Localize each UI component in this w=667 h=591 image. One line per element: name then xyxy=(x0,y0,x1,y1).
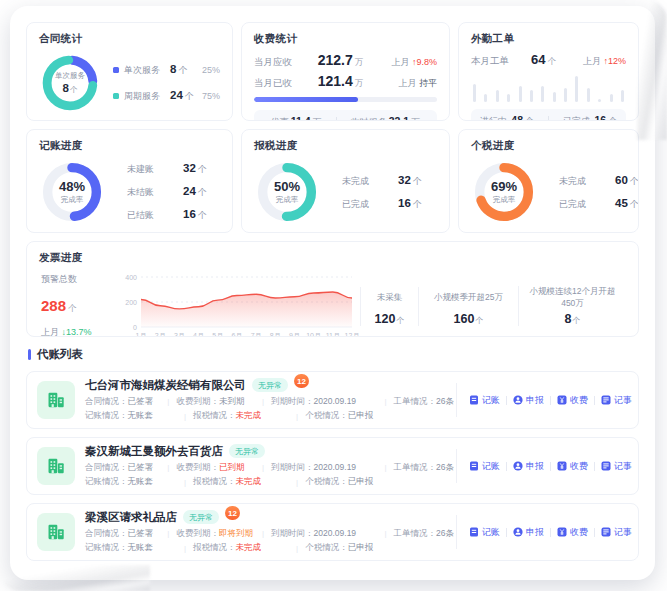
legend-swatch-blue xyxy=(113,67,119,73)
field-line2-1: 报税情况：未完成 xyxy=(193,410,289,422)
company-row[interactable]: 秦汉新城王曼额外去百货店 无异常 合同情况：已签署|收费到期：已到期|到期时间：… xyxy=(26,437,639,495)
field-divider: | xyxy=(262,529,264,538)
action-ledger-button[interactable]: 记账 xyxy=(463,460,506,473)
ledger-icon xyxy=(469,395,479,405)
declare-icon xyxy=(513,527,523,537)
company-name: 梁溪区请求礼品店 xyxy=(85,510,177,525)
field-line2-0: 记账情况：无账套 xyxy=(85,410,177,422)
company-avatar xyxy=(37,381,75,419)
personal-tax-donut-chart: 69% 完成率 xyxy=(471,159,537,225)
sparkline-bar xyxy=(564,88,567,102)
stat-12month-over-4.5m: 小规模连续12个月开超450万 8个 xyxy=(518,286,626,325)
divider xyxy=(548,116,549,121)
svg-text:3月: 3月 xyxy=(174,332,185,337)
field-divider: | xyxy=(184,544,186,553)
action-ledger-button[interactable]: 记账 xyxy=(463,394,506,407)
stat-uncollected: 未采集 120个 xyxy=(360,287,418,326)
action-declare-button[interactable]: 申报 xyxy=(507,526,550,539)
invoice-area-chart: 0200400 1月2月3月4月5月6月7月8月9月10月11月12月 xyxy=(117,271,360,337)
field-line2-2: 个税情况：已申报 xyxy=(305,542,435,554)
sparkline-bar xyxy=(621,90,624,102)
field-line1-3: 工单情况：26条 xyxy=(394,528,454,540)
field-line1-0: 合同情况：已签署 xyxy=(85,528,160,540)
company-fields-line1: 合同情况：已签署|收费到期：已到期|到期时间：2020.09.19|工单情况：2… xyxy=(85,462,454,474)
fee-progress-bar xyxy=(254,97,437,102)
field-line2-0: 记账情况：无账套 xyxy=(85,542,177,554)
company-name: 七台河市海娟煤炭经销有限公司 xyxy=(85,378,246,393)
declare-icon xyxy=(513,395,523,405)
top-cards-row: 合同统计 单次服务 8个 单次服务 8个 25% xyxy=(26,22,639,121)
delta-up: ↑12% xyxy=(603,56,626,66)
company-info: 七台河市海娟煤炭经销有限公司 无异常 12 合同情况：已签署|收费到期：未到期|… xyxy=(85,378,454,423)
sparkline-bar xyxy=(496,90,499,102)
orders-bar-sparkline xyxy=(473,72,624,102)
bookkeeping-progress-card: 记账进度 48% 完成率 未建账32个 未结账24个 已结账16个 xyxy=(26,129,233,233)
field-line2-2: 个税情况：已申报 xyxy=(305,476,435,488)
invoice-warning-summary: 预警总数 288个 上月 ↓13.7% xyxy=(39,271,117,337)
row-actions: 记账申报收费记事 xyxy=(456,515,638,549)
action-note-button[interactable]: 记事 xyxy=(595,460,638,473)
svg-text:1月: 1月 xyxy=(136,332,147,337)
row-actions: 记账申报收费记事 xyxy=(456,383,638,417)
field-line1-1: 收费到期：即将到期 xyxy=(176,528,255,540)
ledger-icon xyxy=(469,461,479,471)
building-icon xyxy=(45,389,67,411)
company-info: 梁溪区请求礼品店 无异常 12 合同情况：已签署|收费到期：即将到期|到期时间：… xyxy=(85,510,454,555)
field-line1-3: 工单情况：26条 xyxy=(394,462,454,474)
legend-item: 周期服务 24个 75% xyxy=(113,89,220,103)
action-charge-button[interactable]: 收费 xyxy=(551,460,594,473)
action-charge-button[interactable]: 收费 xyxy=(551,394,594,407)
fee-footer: 优惠11.4万 临时服务32.1万 xyxy=(254,110,437,121)
bookkeeping-donut-chart: 48% 完成率 xyxy=(39,159,105,225)
card-title: 合同统计 xyxy=(39,32,220,46)
company-row[interactable]: 七台河市海娟煤炭经销有限公司 无异常 12 合同情况：已签署|收费到期：未到期|… xyxy=(26,371,639,429)
action-charge-button[interactable]: 收费 xyxy=(551,526,594,539)
sparkline-bar xyxy=(484,94,487,102)
sparkline-bar xyxy=(519,86,522,102)
notification-count-badge: 12 xyxy=(294,374,309,388)
company-fields-line1: 合同情况：已签署|收费到期：即将到期|到期时间：2020.09.19|工单情况：… xyxy=(85,528,454,540)
field-divider: | xyxy=(262,397,264,406)
action-declare-button[interactable]: 申报 xyxy=(507,460,550,473)
status-badge: 无异常 xyxy=(252,378,288,392)
status-badge: 无异常 xyxy=(229,444,265,458)
sparkline-bar xyxy=(473,84,476,102)
field-divider: | xyxy=(184,412,186,421)
action-declare-button[interactable]: 申报 xyxy=(507,394,550,407)
fee-stats-card: 收费统计 当月应收 212.7万 上月 ↑9.8% 当月已收 121.4万 上月… xyxy=(241,22,450,121)
field-divider: | xyxy=(384,463,386,472)
svg-text:7月: 7月 xyxy=(251,332,262,337)
company-fields-line2: 记账情况：无账套|报税情况：未完成|个税情况：已申报 xyxy=(85,476,454,488)
company-row[interactable]: 梁溪区请求礼品店 无异常 12 合同情况：已签署|收费到期：即将到期|到期时间：… xyxy=(26,503,639,561)
card-title: 外勤工单 xyxy=(471,32,626,46)
invoice-progress-card: 发票进度 预警总数 288个 上月 ↓13.7% 0200400 1月2月3月4… xyxy=(26,241,639,337)
personal-tax-progress-card: 个税进度 69% 完成率 未完成60个 已完成45个 xyxy=(458,129,639,233)
charge-icon xyxy=(557,395,567,405)
action-ledger-button[interactable]: 记账 xyxy=(463,526,506,539)
note-icon xyxy=(601,461,611,471)
action-note-button[interactable]: 记事 xyxy=(595,394,638,407)
row-actions: 记账申报收费记事 xyxy=(456,449,638,483)
svg-text:4月: 4月 xyxy=(193,332,204,337)
contract-legend: 单次服务 8个 25% 周期服务 24个 75% xyxy=(101,63,220,103)
agency-list-title: 代账列表 xyxy=(28,347,637,362)
company-name: 秦汉新城王曼额外去百货店 xyxy=(85,444,223,459)
delta-down: ↓13.7% xyxy=(62,327,92,337)
donut-center-label: 50% 完成率 xyxy=(254,159,320,225)
field-orders-summary: 本月工单 64个 上月 ↑12% xyxy=(471,52,626,68)
legend-swatch-teal xyxy=(113,93,119,99)
svg-text:9月: 9月 xyxy=(289,332,300,337)
stat-quarter-over-250k: 小规模季开超25万 160个 xyxy=(418,287,518,326)
declare-icon xyxy=(513,461,523,471)
invoice-stats: 未采集 120个 小规模季开超25万 160个 小规模连续12个月开超450万 … xyxy=(360,271,626,337)
contract-donut-chart: 单次服务 8个 xyxy=(39,52,101,114)
note-icon xyxy=(601,395,611,405)
field-divider: | xyxy=(184,478,186,487)
sparkline-bar xyxy=(598,99,601,102)
fee-row-received: 当月已收 121.4万 上月 持平 xyxy=(254,73,437,90)
field-divider: | xyxy=(296,478,298,487)
action-note-button[interactable]: 记事 xyxy=(595,526,638,539)
tax-donut-chart: 50% 完成率 xyxy=(254,159,320,225)
svg-text:12月: 12月 xyxy=(345,332,360,337)
field-line2-2: 个税情况：已申报 xyxy=(305,410,435,422)
